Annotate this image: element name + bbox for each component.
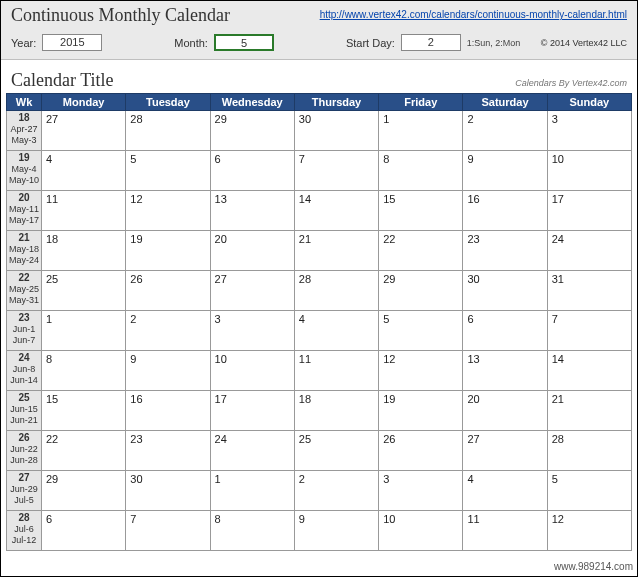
month-input[interactable]: 5 [214, 34, 274, 51]
day-cell[interactable]: 10 [379, 511, 463, 551]
day-cell[interactable]: 7 [547, 311, 631, 351]
day-cell[interactable]: 4 [294, 311, 378, 351]
day-cell[interactable]: 29 [379, 271, 463, 311]
day-cell[interactable]: 15 [379, 191, 463, 231]
day-cell[interactable]: 18 [42, 231, 126, 271]
day-cell[interactable]: 12 [547, 511, 631, 551]
day-cell[interactable]: 23 [126, 431, 210, 471]
day-cell[interactable]: 16 [126, 391, 210, 431]
day-cell[interactable]: 31 [547, 271, 631, 311]
day-cell[interactable]: 25 [294, 431, 378, 471]
page: Continuous Monthly Calendar http://www.v… [0, 0, 638, 577]
week-range-start: Jun-22 [7, 444, 41, 455]
day-cell[interactable]: 2 [463, 111, 547, 151]
day-cell[interactable]: 7 [126, 511, 210, 551]
day-cell[interactable]: 12 [379, 351, 463, 391]
week-cell: 23Jun-1Jun-7 [7, 311, 42, 351]
week-number: 28 [7, 512, 41, 524]
day-cell[interactable]: 17 [210, 391, 294, 431]
day-cell[interactable]: 27 [42, 111, 126, 151]
day-cell[interactable]: 23 [463, 231, 547, 271]
day-cell[interactable]: 21 [294, 231, 378, 271]
day-cell[interactable]: 25 [42, 271, 126, 311]
day-cell[interactable]: 3 [210, 311, 294, 351]
week-cell: 21May-18May-24 [7, 231, 42, 271]
day-cell[interactable]: 5 [379, 311, 463, 351]
day-cell[interactable]: 5 [126, 151, 210, 191]
day-cell[interactable]: 30 [126, 471, 210, 511]
day-cell[interactable]: 12 [126, 191, 210, 231]
day-cell[interactable]: 21 [547, 391, 631, 431]
day-cell[interactable]: 4 [42, 151, 126, 191]
day-cell[interactable]: 11 [42, 191, 126, 231]
day-cell[interactable]: 30 [294, 111, 378, 151]
day-cell[interactable]: 17 [547, 191, 631, 231]
week-cell: 27Jun-29Jul-5 [7, 471, 42, 511]
day-cell[interactable]: 18 [294, 391, 378, 431]
day-cell[interactable]: 13 [210, 191, 294, 231]
day-cell[interactable]: 26 [379, 431, 463, 471]
source-link[interactable]: http://www.vertex42.com/calendars/contin… [320, 9, 627, 20]
day-cell[interactable]: 3 [379, 471, 463, 511]
day-cell[interactable]: 20 [463, 391, 547, 431]
day-cell[interactable]: 1 [42, 311, 126, 351]
day-cell[interactable]: 13 [463, 351, 547, 391]
day-cell[interactable]: 14 [294, 191, 378, 231]
day-cell[interactable]: 5 [547, 471, 631, 511]
day-cell[interactable]: 24 [210, 431, 294, 471]
col-monday: Monday [42, 94, 126, 111]
startday-input[interactable]: 2 [401, 34, 461, 51]
day-cell[interactable]: 11 [294, 351, 378, 391]
day-cell[interactable]: 15 [42, 391, 126, 431]
day-cell[interactable]: 2 [126, 311, 210, 351]
day-cell[interactable]: 10 [210, 351, 294, 391]
day-cell[interactable]: 30 [463, 271, 547, 311]
day-cell[interactable]: 24 [547, 231, 631, 271]
day-cell[interactable]: 28 [547, 431, 631, 471]
day-cell[interactable]: 6 [463, 311, 547, 351]
day-cell[interactable]: 8 [379, 151, 463, 191]
day-cell[interactable]: 27 [463, 431, 547, 471]
col-tuesday: Tuesday [126, 94, 210, 111]
day-cell[interactable]: 9 [294, 511, 378, 551]
day-cell[interactable]: 20 [210, 231, 294, 271]
day-cell[interactable]: 22 [379, 231, 463, 271]
day-cell[interactable]: 6 [42, 511, 126, 551]
table-row: 18Apr-27May-327282930123 [7, 111, 632, 151]
day-cell[interactable]: 1 [210, 471, 294, 511]
day-cell[interactable]: 28 [294, 271, 378, 311]
day-cell[interactable]: 11 [463, 511, 547, 551]
day-cell[interactable]: 4 [463, 471, 547, 511]
day-cell[interactable]: 14 [547, 351, 631, 391]
week-range-end: Jul-12 [7, 535, 41, 546]
day-cell[interactable]: 2 [294, 471, 378, 511]
day-cell[interactable]: 10 [547, 151, 631, 191]
table-row: 22May-25May-3125262728293031 [7, 271, 632, 311]
day-cell[interactable]: 7 [294, 151, 378, 191]
day-cell[interactable]: 22 [42, 431, 126, 471]
day-cell[interactable]: 3 [547, 111, 631, 151]
week-number: 22 [7, 272, 41, 284]
day-cell[interactable]: 1 [379, 111, 463, 151]
day-cell[interactable]: 8 [210, 511, 294, 551]
week-cell: 18Apr-27May-3 [7, 111, 42, 151]
year-input[interactable]: 2015 [42, 34, 102, 51]
day-cell[interactable]: 6 [210, 151, 294, 191]
controls-row: Year: 2015 Month: 5 Start Day: 2 1:Sun, … [11, 34, 627, 51]
day-cell[interactable]: 9 [463, 151, 547, 191]
subheader: Calendar Title Calendars By Vertex42.com [1, 60, 637, 93]
day-cell[interactable]: 16 [463, 191, 547, 231]
day-cell[interactable]: 29 [210, 111, 294, 151]
week-range-end: Jun-14 [7, 375, 41, 386]
col-wednesday: Wednesday [210, 94, 294, 111]
day-cell[interactable]: 19 [379, 391, 463, 431]
day-cell[interactable]: 26 [126, 271, 210, 311]
day-cell[interactable]: 9 [126, 351, 210, 391]
day-cell[interactable]: 28 [126, 111, 210, 151]
day-cell[interactable]: 8 [42, 351, 126, 391]
week-range-start: Jun-8 [7, 364, 41, 375]
day-cell[interactable]: 27 [210, 271, 294, 311]
day-cell[interactable]: 19 [126, 231, 210, 271]
day-cell[interactable]: 29 [42, 471, 126, 511]
header-region: Continuous Monthly Calendar http://www.v… [1, 1, 637, 60]
